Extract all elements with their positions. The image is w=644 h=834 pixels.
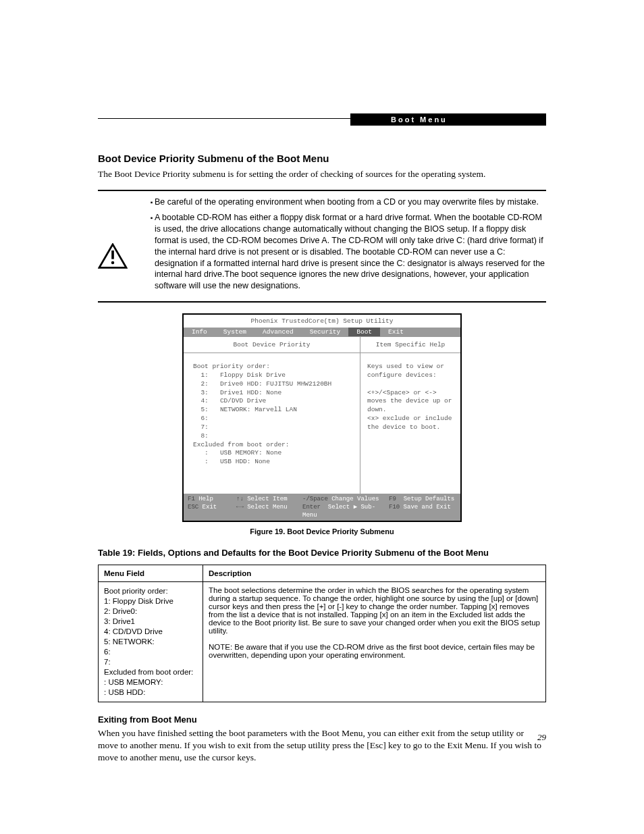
bios-tab-info: Info: [184, 328, 215, 336]
warning-icon: [98, 197, 145, 296]
table-header-field: Menu Field: [99, 565, 203, 582]
bios-title: Phoenix TrustedCore(tm) Setup Utility: [184, 315, 460, 328]
bios-tab-boot: Boot: [348, 328, 380, 336]
bios-left-header: Boot Device Priority: [184, 337, 360, 353]
table-header-desc: Description: [203, 565, 546, 582]
bios-right-header: Item Specific Help: [360, 337, 460, 353]
bios-tab-system: System: [215, 328, 254, 336]
bios-help-text: Keys used to view or configure devices: …: [360, 353, 460, 439]
warning-block: Be careful of the operating environment …: [98, 190, 546, 303]
figure-caption: Figure 19. Boot Device Priority Submenu: [98, 527, 546, 536]
svg-point-2: [111, 261, 115, 265]
page-number: 29: [537, 732, 546, 743]
warning-bullet: Be careful of the operating environment …: [155, 197, 546, 208]
spec-table: Menu Field Description Boot priority ord…: [98, 565, 546, 702]
section-intro: The Boot Device Priority submenu is for …: [98, 168, 546, 180]
bios-tabs: Info System Advanced Security Boot Exit: [184, 328, 460, 336]
bios-priority-list: Boot priority order: 1: Floppy Disk Driv…: [184, 353, 360, 494]
bios-screenshot: Phoenix TrustedCore(tm) Setup Utility In…: [182, 313, 462, 522]
table-caption: Table 19: Fields, Options and Defaults f…: [98, 548, 546, 558]
warning-bullet: A bootable CD-ROM has either a floppy di…: [155, 212, 546, 292]
svg-rect-1: [111, 251, 114, 259]
bios-tab-exit: Exit: [380, 328, 412, 336]
header-rule: [98, 118, 350, 126]
header-band: Boot Menu: [98, 113, 546, 126]
bios-tab-advanced: Advanced: [254, 328, 302, 336]
description-cell: The boot selections determine the order …: [203, 582, 546, 702]
exit-title: Exiting from Boot Menu: [98, 714, 546, 725]
section-title: Boot Device Priority Submenu of the Boot…: [98, 153, 546, 164]
menu-field-cell: Boot priority order: 1: Floppy Disk Driv…: [104, 586, 197, 697]
exit-body: When you have finished setting the boot …: [98, 727, 546, 764]
bios-tab-security: Security: [302, 328, 349, 336]
table-row: Boot priority order: 1: Floppy Disk Driv…: [99, 582, 546, 702]
bios-footer: F1 Help ↑↓ Select Item -/Space Change Va…: [184, 494, 460, 521]
header-label: Boot Menu: [350, 113, 546, 126]
